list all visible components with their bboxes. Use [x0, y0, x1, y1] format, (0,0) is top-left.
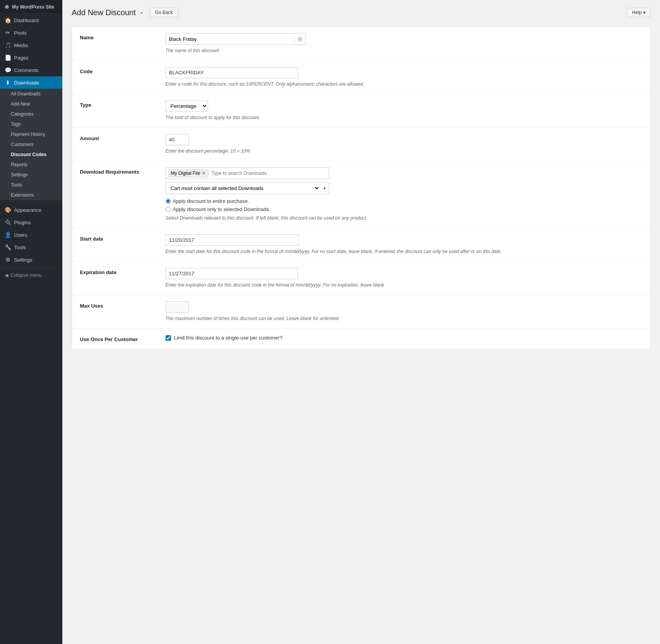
main-content: Add New Discount - Go Back Help ▾ Name ⊞… — [62, 0, 660, 644]
sidebar-item-appearance[interactable]: 🎨 Appearance — [0, 204, 62, 216]
sidebar-item-downloads[interactable]: ⬇ Downloads — [0, 76, 62, 89]
amount-input[interactable] — [166, 134, 189, 145]
form-row-code: Code Enter a code for this discount, suc… — [72, 61, 651, 94]
sidebar-label-dashboard: Dashboard — [14, 18, 39, 23]
submenu-tags[interactable]: Tags — [0, 119, 62, 129]
field-cell-code: Enter a code for this discount, such as … — [158, 61, 651, 94]
download-tags-input[interactable]: My Digital File ✕ — [166, 167, 329, 179]
comments-icon: 💬 — [5, 67, 11, 73]
form-row-amount: Amount Enter the discount percentage. 10… — [72, 128, 651, 161]
tag-chip-remove-button[interactable]: ✕ — [202, 171, 206, 176]
expiration-date-input[interactable] — [166, 268, 298, 279]
field-label-download-requirements: Download Requirements — [72, 161, 158, 228]
name-input[interactable] — [166, 34, 294, 44]
settings-icon: ⚙ — [5, 257, 11, 263]
collapse-label: Collapse menu — [11, 273, 42, 278]
submenu-all-downloads[interactable]: All Downloads — [0, 89, 62, 99]
submenu-discount-codes[interactable]: Discount Codes — [0, 150, 62, 160]
expiration-date-hint: Enter the expiration date for this disco… — [166, 282, 643, 289]
submenu-payment-history[interactable]: Payment History — [0, 129, 62, 139]
type-select[interactable]: Percentage Flat Amount — [166, 100, 208, 112]
go-back-button[interactable]: Go Back — [150, 8, 178, 17]
use-once-checkbox[interactable] — [166, 335, 171, 341]
submenu-add-new[interactable]: Add New — [0, 99, 62, 109]
radio-entire-purchase-label: Apply discount to entire purchase. — [173, 198, 249, 204]
use-once-checkbox-wrap: Limit this discount to a single-use per … — [166, 335, 643, 341]
field-cell-name: ⊞ The name of this discount — [158, 27, 651, 61]
sidebar-item-users[interactable]: 👤 Users — [0, 229, 62, 241]
start-date-hint: Enter the start date for this discount c… — [166, 248, 643, 255]
sidebar-item-media[interactable]: 🎵 Media — [0, 39, 62, 51]
page-title: Add New Discount - — [72, 8, 145, 17]
dashboard-icon: 🏠 — [5, 17, 11, 23]
form-row-name: Name ⊞ The name of this discount — [72, 27, 651, 61]
page-header-left: Add New Discount - Go Back — [72, 8, 178, 17]
form-row-max-uses: Max Uses The maximum number of times thi… — [72, 295, 651, 329]
radio-selected-downloads[interactable] — [166, 207, 171, 212]
help-label: Help — [632, 10, 642, 15]
form-row-expiration-date: Expiration date Enter the expiration dat… — [72, 262, 651, 295]
sidebar-item-tools[interactable]: 🔧 Tools — [0, 241, 62, 253]
wp-logo: ⊕ My WordPress Site — [0, 0, 62, 14]
cart-condition-select[interactable]: Cart must contain all selected Downloads… — [166, 183, 320, 194]
start-date-input[interactable] — [166, 234, 298, 246]
field-cell-type: Percentage Flat Amount The kind of disco… — [158, 94, 651, 128]
submenu-settings[interactable]: Settings — [0, 170, 62, 180]
field-cell-amount: Enter the discount percentage. 10 = 10% — [158, 128, 651, 161]
max-uses-input[interactable] — [166, 301, 189, 313]
amount-hint: Enter the discount percentage. 10 = 10% — [166, 148, 643, 155]
sidebar-label-posts: Posts — [14, 30, 27, 36]
sidebar-item-posts[interactable]: ✏ Posts — [0, 26, 62, 39]
submenu-extensions[interactable]: Extensions — [0, 190, 62, 200]
pages-icon: 📄 — [5, 55, 11, 61]
code-input[interactable] — [166, 67, 298, 78]
sidebar-label-plugins: Plugins — [14, 220, 31, 225]
sidebar-item-plugins[interactable]: 🔌 Plugins — [0, 216, 62, 229]
download-search-input[interactable] — [210, 170, 326, 177]
submenu-categories[interactable]: Categories — [0, 109, 62, 119]
sidebar-label-pages: Pages — [14, 55, 28, 61]
posts-icon: ✏ — [5, 30, 11, 36]
field-cell-download-requirements: My Digital File ✕ Cart must contain all … — [158, 161, 651, 228]
name-input-wrapper: ⊞ — [166, 33, 306, 45]
form-row-download-requirements: Download Requirements My Digital File ✕ … — [72, 161, 651, 228]
sidebar-item-comments[interactable]: 💬 Comments — [0, 64, 62, 76]
field-label-name: Name — [72, 27, 158, 61]
field-cell-start-date: Enter the start date for this discount c… — [158, 228, 651, 262]
field-cell-expiration-date: Enter the expiration date for this disco… — [158, 262, 651, 295]
field-label-start-date: Start date — [72, 228, 158, 262]
name-input-icon: ⊞ — [294, 33, 305, 44]
sidebar-item-dashboard[interactable]: 🏠 Dashboard — [0, 14, 62, 26]
use-once-label: Limit this discount to a single-use per … — [174, 335, 282, 341]
wp-site-name: My WordPress Site — [12, 4, 54, 10]
field-cell-use-once: Limit this discount to a single-use per … — [158, 329, 651, 349]
help-button[interactable]: Help ▾ — [627, 8, 651, 17]
sidebar-label-settings: Settings — [14, 257, 32, 263]
radio-item-entire-purchase: Apply discount to entire purchase. — [166, 198, 643, 204]
downloads-icon: ⬇ — [5, 79, 11, 86]
plugins-icon: 🔌 — [5, 219, 11, 225]
tag-chip-label: My Digital File — [171, 171, 200, 176]
tag-chip-my-digital-file: My Digital File ✕ — [168, 169, 208, 177]
form-row-start-date: Start date Enter the start date for this… — [72, 228, 651, 262]
field-label-expiration-date: Expiration date — [72, 262, 158, 295]
radio-entire-purchase[interactable] — [166, 199, 171, 204]
field-label-type: Type — [72, 94, 158, 128]
submenu-customers[interactable]: Customers — [0, 139, 62, 150]
max-uses-hint: The maximum number of times this discoun… — [166, 315, 643, 322]
sidebar-label-tools: Tools — [14, 245, 26, 250]
cart-dropdown-arrow-icon: ▾ — [320, 183, 329, 194]
submenu-tools[interactable]: Tools — [0, 180, 62, 190]
media-icon: 🎵 — [5, 42, 11, 48]
cart-condition-dropdown-wrap: Cart must contain all selected Downloads… — [166, 182, 329, 194]
sidebar-item-pages[interactable]: 📄 Pages — [0, 51, 62, 64]
radio-item-selected-downloads: Apply discount only to selected Download… — [166, 206, 643, 212]
radio-selected-downloads-label: Apply discount only to selected Download… — [173, 206, 270, 212]
submenu-reports[interactable]: Reports — [0, 160, 62, 170]
help-chevron-icon: ▾ — [643, 10, 646, 15]
wp-icon: ⊕ — [5, 4, 9, 10]
sidebar-item-settings[interactable]: ⚙ Settings — [0, 253, 62, 266]
sidebar-label-media: Media — [14, 42, 28, 48]
field-label-use-once: Use Once Per Customer — [72, 329, 158, 349]
collapse-menu-button[interactable]: ◀ Collapse menu — [0, 269, 62, 281]
